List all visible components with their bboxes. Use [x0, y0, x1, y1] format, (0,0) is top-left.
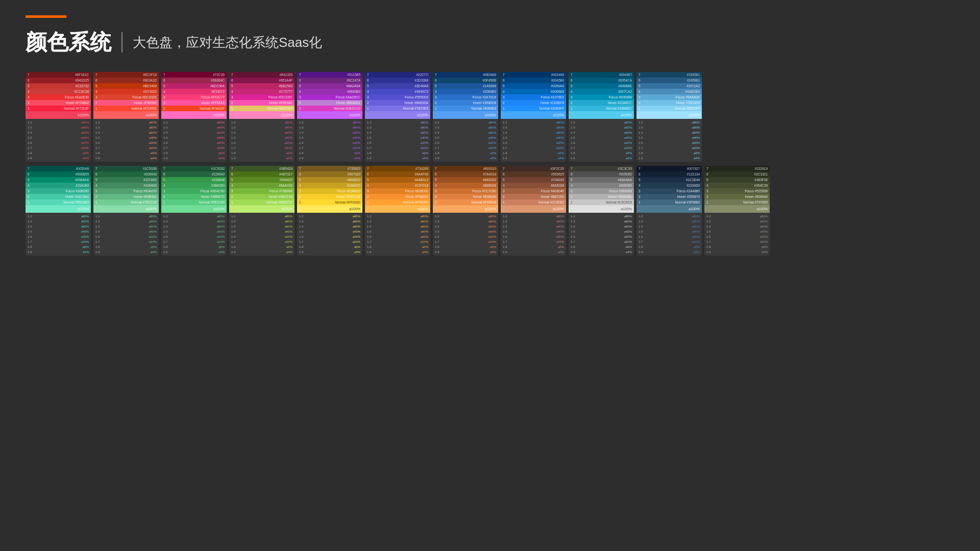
- color-card-green: 7#1C5032 6#226640 5#339848 4#38A054 3Foc…: [161, 166, 227, 256]
- swatch-row-7: 7#6F161C: [26, 72, 91, 78]
- color-card-teal: 7#005048 6#006B55 5#008A6A 4#20A080 3Foc…: [26, 166, 91, 256]
- page: 颜色系统 大色盘，应对生态化系统Saas化 7#6F161C 6#941D25 …: [0, 0, 980, 551]
- top-color-row: 7#6F161C 6#941D25 5#C23732 4#CC3C38 3Foc…: [26, 72, 954, 162]
- color-card-red: 7#6F161C 6#941D25 5#C23732 4#CC3C38 3Foc…: [26, 72, 91, 162]
- color-card-gray: 7#3C3C35 6#505050 5#6A6A6A 4#808080 3Foc…: [569, 166, 634, 256]
- color-card-slate: 7#222619 6#2C3321 5#383F28 4#454C30 3Foc…: [704, 166, 770, 256]
- header-divider: [121, 32, 122, 53]
- color-card-violet: 7#641335 6#851A4F 5#BB2563 4#C72777 3Foc…: [229, 72, 295, 162]
- color-card-brown: 7#3F2C25 6#553625 5#704030 4#8A5038 3Foc…: [501, 166, 566, 256]
- color-card-blue-dark: 7#0B3468 6#0F456B 5#1A5698 4#2060B0 3Foc…: [433, 72, 498, 162]
- color-card-sky: 7#154561 6#245881 5#3572A2 4#4A8CBA 3Foc…: [636, 72, 702, 162]
- page-title: 颜色系统: [26, 28, 111, 57]
- color-card-amber: 7#603310 6#7A4018 5#9A5020 4#B86028 3Foc…: [433, 166, 498, 256]
- header: 颜色系统 大色盘，应对生态化系统Saas化: [26, 28, 954, 57]
- color-card-indigo: 7#22277I 6#2D3396 5#3D40A8 4#4849C5 3Foc…: [365, 72, 430, 162]
- color-card-blue: 7#003468 6#004580 5#0056A0 4#0066B8 3Foc…: [501, 72, 566, 162]
- color-card-pink: 7#8C1F16 6#902A1D 5#BD3409 4#D73620 3Foc…: [93, 72, 159, 162]
- color-card-orange: 7#734208 6#8A4F08 5#AA6010 4#C87018 3Foc…: [365, 166, 430, 256]
- color-card-navy: 7#007927 6#122134 5#1C2E44 4#223A50 3Foc…: [636, 166, 702, 256]
- color-card-cyan: 7#004967 6#005A7A 5#006B8E 4#007CA2 3Foc…: [569, 72, 634, 162]
- color-card-yellow: 7#735820 6#907020 5#B08820 4#C8A020 3Foc…: [297, 166, 362, 256]
- color-card-magenta: 7#72C39 6#99264C 5#BD236A 4#E53072 3Focu…: [161, 72, 227, 162]
- bottom-color-row: 7#005048 6#006B55 5#008A6A 4#20A080 3Foc…: [26, 166, 954, 256]
- color-card-lime: 7#3B5428 6#4B7017 5#598820 4#6AA030 3Foc…: [229, 166, 295, 256]
- color-card-purple: 7#511585 6#6C247A 5#8A2A9A 4#9630B0 3Foc…: [297, 72, 362, 162]
- accent-bar: [26, 15, 66, 18]
- color-card-green-dark: 7#1C503B 6#206640 5#327A50 4#428A60 3Foc…: [93, 166, 159, 256]
- page-subtitle: 大色盘，应对生态化系统Saas化: [133, 34, 322, 52]
